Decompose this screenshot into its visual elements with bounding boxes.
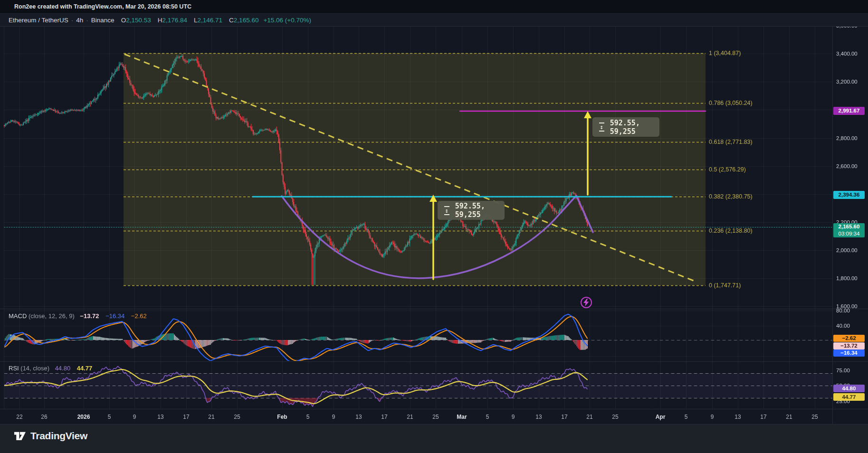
tradingview-logo-icon	[13, 430, 26, 442]
time-axis-label: 21	[586, 414, 592, 420]
time-axis-label: 13	[734, 414, 741, 420]
time-axis-label: 25	[612, 414, 618, 420]
time-axis-label: 21	[208, 414, 214, 420]
tradingview-chart-window: Ron2ee created with TradingView.com, Mar…	[0, 0, 868, 453]
rsi-axis-label: 75.00	[836, 367, 850, 374]
rsi-title[interactable]: RSI	[9, 365, 19, 372]
fib-level-label: 0.618 (2,771.83)	[709, 139, 753, 145]
time-axis-label: 17	[183, 414, 189, 420]
low-label: L	[194, 17, 198, 24]
time-axis-label: 25	[811, 414, 818, 420]
price-axis-label: 1,800.00	[836, 275, 858, 282]
interval-label[interactable]: 4h	[76, 17, 83, 24]
macd-hist-value: −13.72	[80, 312, 99, 320]
time-axis-label: 25	[432, 414, 439, 420]
macd-badge: −13.72	[833, 342, 865, 349]
time-axis-label: 17	[561, 414, 567, 420]
time-axis-label: 5	[108, 414, 111, 420]
macd-badge: −2.62	[833, 335, 865, 342]
time-axis-label: 17	[381, 414, 387, 420]
close-value: 2,165.60	[234, 17, 259, 24]
low-value: 2,146.71	[198, 17, 223, 24]
lightning-icon	[583, 299, 589, 306]
measure-label-1[interactable]: ↕ 592.55, 59,255	[438, 201, 505, 220]
time-axis-label: 9	[711, 414, 714, 420]
fib-level-label: 1 (3,404.87)	[709, 50, 741, 57]
rsi-ma-value: 44.77	[77, 365, 93, 372]
rsi-legend: RSI (14, close) 44.80 44.77	[9, 365, 92, 372]
measure-label-2[interactable]: ↕ 592.55, 59,255	[592, 117, 659, 137]
time-axis-label: 5	[306, 414, 310, 420]
fib-level-label: 0.236 (2,138.80)	[709, 227, 753, 234]
rsi-badge: 44.80	[833, 385, 865, 392]
time-axis-label: 21	[786, 414, 792, 420]
macd-line-value: −16.34	[105, 312, 124, 320]
last-price: 2,165.60	[833, 223, 865, 230]
time-axis-label: 2026	[77, 414, 90, 420]
rsi-value: 44.80	[55, 365, 71, 372]
bar-countdown: 03:09:34	[833, 230, 865, 237]
tradingview-logo-text: TradingView	[30, 430, 87, 442]
time-axis-label: 5	[685, 414, 688, 420]
fib-level-label: 0.786 (3,050.24)	[709, 100, 753, 106]
time-axis-label: 26	[41, 414, 47, 420]
time-axis-label: Mar	[457, 414, 467, 420]
bottom-toolbar: TradingView	[0, 425, 868, 453]
chart-canvas[interactable]	[0, 0, 868, 453]
lightning-button[interactable]	[581, 297, 592, 308]
price-axis-label: 2,600.00	[836, 163, 858, 170]
measure-icon: ↕	[444, 206, 449, 215]
macd-params: (close, 12, 26, 9)	[29, 312, 75, 320]
high-value: 2,176.84	[162, 17, 187, 24]
fib-level-label: 0 (1,747.71)	[709, 282, 741, 289]
change-value: +15.06 (+0.70%)	[263, 17, 311, 24]
attribution-text: Ron2ee created with TradingView.com, Mar…	[14, 3, 191, 10]
rsi-badge: 44.77	[833, 393, 865, 401]
rsi-params: (14, close)	[20, 365, 49, 372]
price-axis-label: 2,000.00	[836, 247, 858, 254]
close-label: C	[229, 17, 234, 24]
time-axis-label: 25	[234, 414, 240, 420]
time-axis-label: 9	[133, 414, 136, 420]
price-axis-label: 3,200.00	[836, 78, 858, 85]
measure-text: 592.55, 59,255	[455, 202, 498, 219]
fib-level-label: 0.382 (2,380.75)	[709, 193, 753, 200]
symbol-title[interactable]: Ethereum / TetherUS	[9, 17, 68, 24]
exchange-label[interactable]: Binance	[91, 17, 114, 24]
separator-dot: ·	[71, 17, 74, 24]
macd-legend: MACD (close, 12, 26, 9) −13.72 −16.34 −2…	[9, 312, 147, 320]
time-axis-label: 13	[535, 414, 542, 420]
time-axis-label: 9	[512, 414, 515, 420]
macd-axis-label: 80.00	[836, 307, 850, 314]
fib-level-label: 0.5 (2,576.29)	[709, 166, 746, 173]
time-axis-label: 21	[407, 414, 413, 420]
macd-axis-label: 40.00	[836, 322, 850, 329]
price-badge-last: 2,165.60 03:09:34	[833, 223, 865, 237]
high-label: H	[158, 17, 162, 24]
time-axis-label: 13	[157, 414, 163, 420]
time-axis-label: 5	[486, 414, 489, 420]
macd-signal-value: −2.62	[131, 312, 147, 320]
separator-dot: ·	[86, 17, 88, 24]
price-axis-label: 2,800.00	[836, 135, 858, 142]
macd-title[interactable]: MACD	[9, 312, 27, 320]
open-label: O	[121, 17, 126, 24]
macd-badge: −16.34	[833, 349, 865, 357]
price-badge-resistance: 2,394.36	[833, 191, 865, 199]
tradingview-logo[interactable]: TradingView	[13, 430, 87, 442]
time-axis-label: 17	[760, 414, 766, 420]
price-badge-target: 2,991.67	[833, 107, 865, 115]
time-axis-label: Apr	[656, 414, 666, 420]
price-axis-label: 3,400.00	[836, 50, 858, 57]
time-axis-label: 22	[16, 414, 22, 420]
symbol-info-bar: Ethereum / TetherUS·4h·BinanceO2,150.53H…	[0, 14, 868, 27]
measure-text: 592.55, 59,255	[610, 119, 653, 136]
measure-icon: ↕	[599, 123, 604, 132]
time-axis-label: 9	[332, 414, 335, 420]
open-value: 2,150.53	[126, 17, 151, 24]
top-attribution-bar: Ron2ee created with TradingView.com, Mar…	[0, 0, 868, 14]
time-axis-label: 13	[355, 414, 362, 420]
time-axis-label: Feb	[277, 414, 287, 420]
